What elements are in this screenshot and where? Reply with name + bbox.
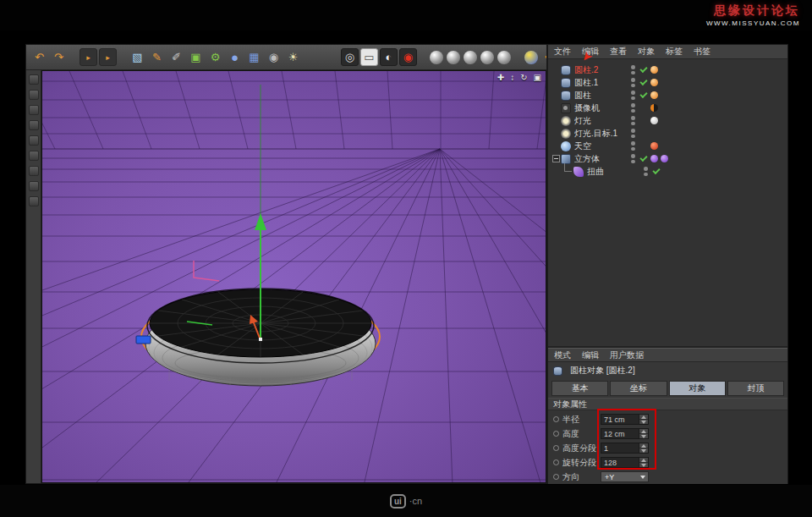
visibility-dots[interactable] — [631, 141, 635, 151]
object-label[interactable]: 扭曲 — [587, 166, 641, 178]
zoom-view-icon[interactable]: ↕ — [510, 73, 514, 82]
phong-tag-icon[interactable] — [650, 79, 658, 86]
visibility-dots[interactable] — [631, 129, 635, 138]
object-label[interactable]: 灯光 — [574, 115, 628, 127]
collapse-expander-icon[interactable] — [552, 155, 560, 162]
tab-basic[interactable]: 基本 — [551, 381, 608, 396]
enabled-check-icon[interactable] — [639, 91, 648, 100]
rotation-segments-value[interactable]: 128 — [601, 458, 639, 467]
tab-coordinates[interactable]: 坐标 — [610, 381, 667, 396]
object-row-cylinder-1[interactable]: 圆柱.1 — [548, 76, 787, 89]
menu-file[interactable]: 文件 — [554, 46, 571, 58]
spinner-arrows[interactable] — [639, 415, 648, 424]
radius-value[interactable]: 71 cm — [601, 415, 639, 424]
target-tag-icon[interactable] — [650, 104, 658, 112]
sculpt-tool-icon[interactable]: ✐ — [167, 48, 185, 66]
gizmo-center[interactable] — [259, 338, 262, 341]
spinner-arrows[interactable] — [639, 429, 648, 438]
object-row-sky[interactable]: 天空 — [548, 140, 787, 152]
undo-icon[interactable]: ↶ — [30, 48, 48, 66]
render-region-icon[interactable]: ▭ — [360, 48, 378, 66]
menu-view[interactable]: 查看 — [610, 46, 627, 58]
scale-handle[interactable] — [136, 336, 151, 344]
enabled-check-icon[interactable] — [639, 65, 648, 74]
material-tag-icon[interactable] — [650, 155, 658, 162]
edges-mode-icon[interactable] — [29, 135, 39, 146]
redo-icon[interactable]: ↷ — [50, 48, 68, 66]
y-axis-arrowhead[interactable] — [255, 213, 266, 230]
material-sphere-icon[interactable] — [464, 51, 477, 64]
object-label[interactable]: 圆柱 — [574, 90, 628, 102]
sky-material-tag-icon[interactable] — [650, 142, 658, 150]
enabled-check-icon[interactable] — [639, 116, 648, 125]
tab-object[interactable]: 对象 — [669, 381, 726, 396]
enabled-check-icon[interactable] — [639, 103, 648, 113]
generator-icon[interactable]: ⚙ — [206, 48, 224, 66]
camera-tool-icon[interactable]: ◉ — [265, 48, 283, 66]
enabled-check-icon[interactable] — [639, 154, 648, 163]
height-input[interactable]: 12 cm — [601, 428, 649, 439]
points-mode-icon[interactable] — [29, 120, 39, 130]
menu-edit[interactable]: 编辑 — [582, 349, 599, 361]
object-label[interactable]: 摄像机 — [574, 102, 628, 114]
visibility-dots[interactable] — [631, 78, 635, 87]
menu-bookmarks[interactable]: 书签 — [694, 46, 710, 58]
viewport-filter-icon[interactable] — [29, 196, 39, 206]
menu-user-data[interactable]: 用户数据 — [610, 349, 644, 361]
object-row-bend[interactable]: 扭曲 — [548, 165, 787, 178]
keyframe-circle-icon[interactable] — [553, 416, 559, 422]
spinner-arrows[interactable] — [639, 458, 648, 467]
visibility-dots[interactable] — [631, 91, 635, 100]
rotate-view-icon[interactable]: ↻ — [520, 73, 527, 82]
toggle-view-icon[interactable]: ▣ — [534, 73, 541, 82]
keyframe-circle-icon[interactable] — [553, 445, 559, 451]
material-sphere-icon[interactable] — [497, 51, 511, 64]
visibility-dots[interactable] — [631, 154, 635, 163]
material-tag-icon[interactable] — [661, 155, 668, 162]
object-label[interactable]: 圆柱.2 — [574, 64, 628, 76]
pan-view-icon[interactable]: ✚ — [497, 73, 504, 82]
object-label[interactable]: 圆柱.1 — [574, 77, 628, 89]
keyframe-circle-icon[interactable] — [553, 474, 559, 480]
enabled-check-icon[interactable] — [639, 78, 648, 87]
keyframe-nav-icon[interactable]: ▸ — [99, 48, 117, 66]
light-tag-icon[interactable] — [650, 117, 658, 124]
height-value[interactable]: 12 cm — [601, 429, 639, 438]
render-camera-icon[interactable]: ◉ — [399, 48, 417, 66]
menu-mode[interactable]: 模式 — [554, 349, 571, 361]
field-plane-icon[interactable]: ▦ — [245, 48, 263, 66]
workplane-mode-icon[interactable] — [29, 105, 39, 115]
object-row-light-target[interactable]: 灯光.目标.1 — [548, 127, 787, 140]
visibility-dots[interactable] — [631, 116, 635, 125]
texture-mode-icon[interactable] — [29, 90, 39, 100]
add-cube-icon[interactable]: ▧ — [129, 48, 146, 66]
material-sphere-icon[interactable] — [480, 51, 494, 64]
polygons-mode-icon[interactable] — [29, 151, 39, 161]
visibility-dots[interactable] — [631, 65, 635, 74]
height-segments-input[interactable]: 1 — [601, 443, 649, 454]
object-row-camera[interactable]: 摄像机 — [548, 102, 787, 114]
light-tool-icon[interactable]: ☀ — [284, 48, 302, 66]
3d-viewport[interactable]: ✚ ↕ ↻ ▣ — [41, 70, 546, 483]
volume-builder-icon[interactable]: ▣ — [187, 48, 205, 66]
viewport-canvas[interactable] — [42, 71, 546, 483]
visibility-dots[interactable] — [631, 103, 635, 113]
menu-tags[interactable]: 标签 — [666, 46, 683, 58]
visibility-dots[interactable] — [644, 167, 648, 176]
phong-tag-icon[interactable] — [650, 91, 658, 99]
keyframe-circle-icon[interactable] — [553, 431, 559, 437]
object-label[interactable]: 灯光.目标.1 — [574, 128, 628, 140]
cylinder-object[interactable] — [136, 85, 380, 386]
enabled-check-icon[interactable] — [639, 141, 648, 151]
spinner-arrows[interactable] — [639, 443, 648, 453]
model-mode-icon[interactable] — [29, 74, 39, 85]
pen-tool-icon[interactable]: ✎ — [148, 48, 166, 66]
phong-tag-icon[interactable] — [650, 66, 658, 74]
snap-toggle-icon[interactable] — [29, 181, 39, 191]
keyframe-circle-icon[interactable] — [553, 459, 559, 465]
material-sphere-icon[interactable] — [447, 51, 460, 64]
height-segments-value[interactable]: 1 — [601, 443, 639, 453]
render-history-icon[interactable]: ▸ — [80, 48, 97, 66]
object-row-cube[interactable]: 立方体 — [548, 152, 787, 165]
object-row-light[interactable]: 灯光 — [548, 114, 787, 127]
